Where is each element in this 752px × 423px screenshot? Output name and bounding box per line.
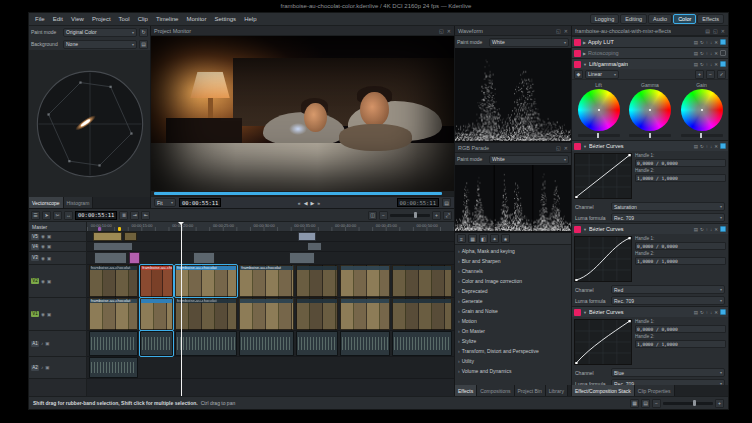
timeline-clip[interactable] — [140, 331, 173, 356]
chevron-down-icon[interactable]: ▼ — [583, 227, 587, 232]
grid-view-icon[interactable]: ▦ — [468, 234, 477, 243]
curve-editor[interactable] — [574, 236, 632, 282]
options-icon[interactable]: ▤ — [139, 40, 148, 49]
track-tag[interactable]: A2 — [31, 365, 39, 371]
effect-category[interactable]: ›Transform, Distort and Perspective — [455, 346, 571, 356]
move-up-icon[interactable]: ↑ — [706, 227, 708, 232]
effect-enabled-checkbox[interactable] — [720, 226, 726, 232]
effect-enabled-checkbox[interactable] — [720, 50, 726, 56]
skip-forward-button[interactable]: » — [317, 200, 320, 206]
gain-color-wheel[interactable] — [681, 89, 723, 131]
mute-icon[interactable]: ♪ — [41, 341, 43, 346]
timeline-clip[interactable]: framboise-au-chocolat — [239, 265, 294, 297]
collapse-all-icon[interactable]: ▤ — [705, 28, 710, 34]
handle2-value[interactable]: 1,0000 / 1,0000 — [635, 257, 726, 265]
effect-category[interactable]: ›Color and Image correction — [455, 276, 571, 286]
track-header[interactable]: A2♪▣ — [29, 357, 86, 379]
reset-icon[interactable]: ↻ — [700, 144, 704, 149]
rgb-parade-paint-mode-select[interactable]: White▾ — [489, 155, 569, 164]
move-down-icon[interactable]: ↓ — [710, 144, 712, 149]
handle2-value[interactable]: 1,0000 / 1,0000 — [635, 340, 726, 348]
keyframe-icon[interactable]: ◆ — [574, 70, 583, 79]
delete-icon[interactable]: ✕ — [714, 310, 718, 315]
channel-select[interactable]: Blue▾ — [611, 368, 725, 377]
effect-category[interactable]: ›Grain and Noise — [455, 306, 571, 316]
razor-tool-icon[interactable]: ✂ — [53, 211, 62, 220]
delete-icon[interactable]: ✕ — [714, 40, 718, 45]
track-header[interactable]: V1◉▣ — [29, 298, 86, 331]
timeline-clip[interactable] — [298, 232, 316, 241]
monitor-seek-bar[interactable] — [151, 191, 454, 196]
timeline-clip[interactable] — [94, 252, 127, 264]
vectorscope-background-select[interactable]: None▾ — [63, 40, 137, 49]
effect-category[interactable]: ›Alpha, Mask and keying — [455, 246, 571, 256]
menu-settings[interactable]: Settings — [210, 16, 240, 22]
timeline-clip[interactable] — [289, 252, 315, 264]
reset-icon[interactable]: ↻ — [700, 310, 704, 315]
gamma-color-wheel[interactable] — [629, 89, 671, 131]
timeline-clip[interactable] — [340, 298, 390, 330]
timeline-clip[interactable] — [340, 331, 390, 356]
play-button[interactable]: ▶ — [311, 200, 315, 206]
menu-project[interactable]: Project — [88, 16, 115, 22]
master-track-button[interactable]: Master — [29, 222, 86, 232]
chevron-right-icon[interactable]: ▶ — [583, 51, 586, 56]
tab-library[interactable]: Library — [546, 385, 568, 396]
chevron-down-icon[interactable]: ▼ — [583, 62, 587, 67]
vectorscope-paint-mode-select[interactable]: Original Color▾ — [63, 28, 137, 37]
timeline-clip[interactable] — [340, 265, 390, 297]
chevron-down-icon[interactable]: ▼ — [583, 144, 587, 149]
timeline-marker[interactable] — [118, 227, 121, 231]
timeline-clip[interactable]: framboise-au-chocolat — [89, 298, 139, 330]
zoom-out-icon[interactable]: − — [379, 211, 388, 220]
effect-header-apply-lut[interactable]: ▶ Apply LUT ▤ ↻ ↑ ↓ ✕ — [572, 36, 728, 47]
effect-category[interactable]: ›Volume and Dynamics — [455, 366, 571, 376]
timeline-clip[interactable] — [193, 252, 215, 264]
reset-icon[interactable]: ↻ — [700, 62, 704, 67]
custom-effects-icon[interactable]: ✦ — [490, 234, 499, 243]
apply-icon[interactable]: ✓ — [717, 70, 726, 79]
insert-zone-icon[interactable]: ⇥ — [130, 211, 139, 220]
timeline-clip[interactable] — [124, 232, 137, 241]
channel-select[interactable]: Saturation▾ — [611, 202, 725, 211]
track-row[interactable] — [87, 331, 454, 357]
workspace-effects[interactable]: Effects — [697, 14, 724, 24]
track-header[interactable]: V3◉▣ — [29, 252, 86, 265]
add-keyframe-icon[interactable]: + — [695, 70, 704, 79]
lift-slider[interactable] — [578, 134, 620, 137]
tab-clip-properties[interactable]: Clip Properties — [635, 385, 675, 396]
menu-timeline[interactable]: Timeline — [152, 16, 182, 22]
gain-slider[interactable] — [681, 134, 723, 137]
frame-back-button[interactable]: ◀ — [304, 200, 308, 206]
favorites-icon[interactable]: ★ — [501, 234, 510, 243]
playhead[interactable] — [181, 222, 182, 396]
zoom-in-icon[interactable]: + — [715, 399, 724, 408]
move-down-icon[interactable]: ↓ — [710, 227, 712, 232]
zone-indicator[interactable] — [154, 192, 442, 195]
close-icon[interactable]: ✕ — [564, 28, 568, 34]
mix-clips-icon[interactable]: ◫ — [368, 211, 377, 220]
chevron-right-icon[interactable]: ▶ — [583, 40, 586, 45]
workspace-editing[interactable]: Editing — [620, 14, 647, 24]
timeline-clip[interactable] — [392, 331, 453, 356]
eye-icon[interactable]: ◉ — [41, 234, 45, 239]
timeline-clip[interactable] — [89, 331, 139, 356]
timeline-clip[interactable] — [93, 232, 122, 241]
mute-icon[interactable]: ♪ — [41, 365, 43, 370]
menu-file[interactable]: File — [31, 16, 49, 22]
float-icon[interactable]: ◱ — [556, 145, 561, 151]
presets-icon[interactable]: ▤ — [694, 62, 698, 67]
track-tag[interactable]: A1 — [31, 341, 39, 347]
timeline-clip[interactable] — [296, 265, 338, 297]
tab-vectorscope[interactable]: Vectorscope — [29, 197, 64, 208]
monitor-menu-icon[interactable]: ▤ — [442, 198, 451, 207]
track-tag[interactable]: V1 — [31, 311, 39, 317]
eye-icon[interactable]: ◉ — [41, 244, 45, 249]
remove-keyframe-icon[interactable]: − — [706, 70, 715, 79]
timeline-clip[interactable] — [129, 252, 140, 264]
track-tag[interactable]: V2 — [31, 278, 39, 284]
extract-zone-icon[interactable]: ⇤ — [141, 211, 150, 220]
filter-list-icon[interactable]: ≡ — [457, 234, 466, 243]
timeline-clip[interactable] — [175, 331, 237, 356]
effect-enabled-checkbox[interactable] — [720, 61, 726, 67]
